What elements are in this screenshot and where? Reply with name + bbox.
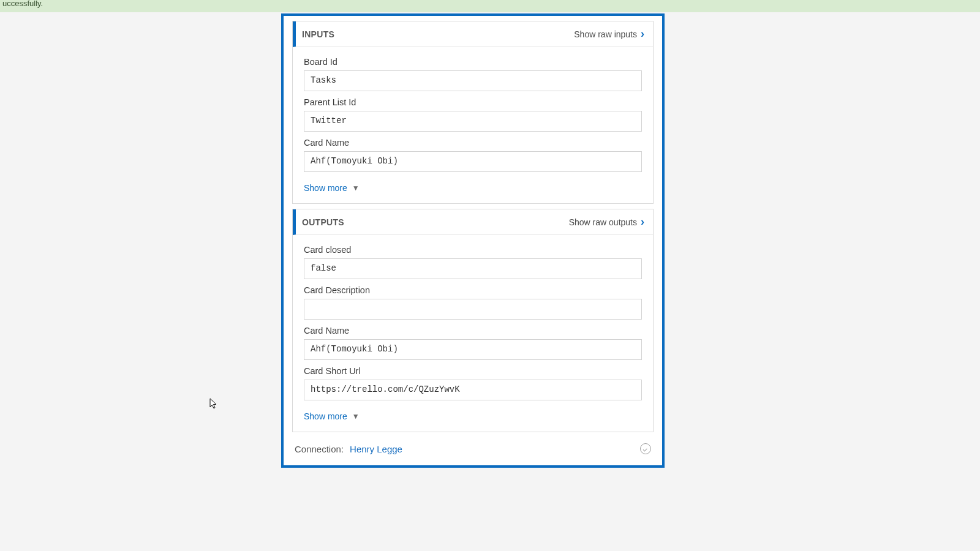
show-more-label: Show more	[304, 183, 347, 193]
field-board-id: Board Id Tasks	[304, 57, 642, 91]
field-label: Card closed	[304, 245, 642, 255]
field-value[interactable]	[304, 299, 642, 320]
field-card-name-output: Card Name Ahf(Tomoyuki Obi)	[304, 326, 642, 360]
field-label: Card Name	[304, 138, 642, 148]
field-value[interactable]: https://trello.com/c/QZuzYwvK	[304, 380, 642, 400]
chevron-right-icon: ›	[641, 216, 644, 228]
show-raw-inputs-link[interactable]: Show raw inputs ›	[574, 28, 644, 40]
success-banner: uccessfully.	[0, 0, 980, 12]
outputs-title: OUTPUTS	[302, 217, 344, 227]
inputs-body: Board Id Tasks Parent List Id Twitter Ca…	[293, 47, 653, 203]
field-value[interactable]: false	[304, 258, 642, 279]
field-label: Parent List Id	[304, 97, 642, 107]
field-card-description: Card Description	[304, 285, 642, 320]
show-raw-outputs-link[interactable]: Show raw outputs ›	[569, 216, 644, 228]
field-parent-list-id: Parent List Id Twitter	[304, 97, 642, 132]
status-check-icon	[640, 443, 651, 454]
connection-left: Connection: Henry Legge	[295, 444, 402, 454]
chevron-down-icon: ▼	[352, 184, 360, 192]
connection-label: Connection:	[295, 444, 344, 454]
field-label: Board Id	[304, 57, 642, 67]
chevron-down-icon: ▼	[352, 412, 360, 421]
field-label: Card Short Url	[304, 366, 642, 376]
inputs-header: INPUTS Show raw inputs ›	[293, 21, 653, 47]
field-label: Card Description	[304, 285, 642, 295]
show-more-label: Show more	[304, 411, 347, 421]
run-detail-card: INPUTS Show raw inputs › Board Id Tasks …	[281, 13, 665, 468]
field-label: Card Name	[304, 326, 642, 335]
outputs-body: Card closed false Card Description Card …	[293, 235, 653, 432]
connection-name-link[interactable]: Henry Legge	[350, 444, 402, 454]
field-value[interactable]: Ahf(Tomoyuki Obi)	[304, 339, 642, 360]
inputs-section: INPUTS Show raw inputs › Board Id Tasks …	[292, 21, 654, 204]
field-value[interactable]: Twitter	[304, 111, 642, 132]
field-card-closed: Card closed false	[304, 245, 642, 279]
show-raw-inputs-label: Show raw inputs	[574, 29, 637, 39]
outputs-section: OUTPUTS Show raw outputs › Card closed f…	[292, 209, 654, 432]
chevron-right-icon: ›	[641, 28, 644, 40]
inputs-show-more-link[interactable]: Show more ▼	[304, 183, 360, 193]
field-value[interactable]: Tasks	[304, 70, 642, 91]
mouse-cursor-icon	[209, 398, 218, 410]
field-card-name: Card Name Ahf(Tomoyuki Obi)	[304, 138, 642, 172]
field-card-short-url: Card Short Url https://trello.com/c/QZuz…	[304, 366, 642, 400]
outputs-show-more-link[interactable]: Show more ▼	[304, 411, 360, 421]
field-value[interactable]: Ahf(Tomoyuki Obi)	[304, 151, 642, 172]
success-banner-text: uccessfully.	[2, 0, 43, 8]
show-raw-outputs-label: Show raw outputs	[569, 217, 637, 227]
outputs-header: OUTPUTS Show raw outputs ›	[293, 209, 653, 235]
connection-row: Connection: Henry Legge	[284, 437, 662, 465]
inputs-title: INPUTS	[302, 29, 334, 39]
